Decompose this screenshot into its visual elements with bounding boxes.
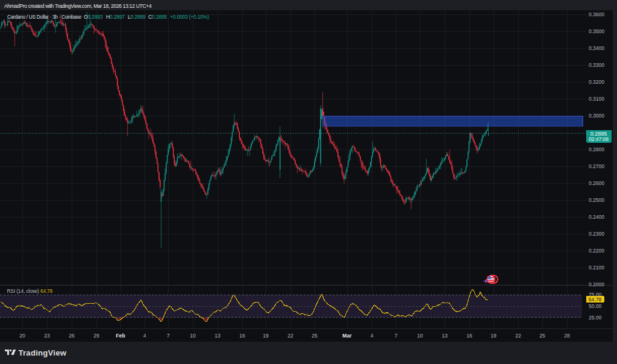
svg-text:10: 10 xyxy=(417,333,423,339)
svg-text:20: 20 xyxy=(19,333,25,339)
svg-text:0.3200: 0.3200 xyxy=(589,79,604,85)
svg-text:AhmadPro created with TradingV: AhmadPro created with TradingView.com, M… xyxy=(4,3,152,9)
svg-text:0.2500: 0.2500 xyxy=(589,197,604,203)
svg-text:22: 22 xyxy=(287,333,293,339)
svg-text:28: 28 xyxy=(564,333,570,339)
svg-text:O0.2893: O0.2893 xyxy=(84,14,103,20)
svg-text:0.2800: 0.2800 xyxy=(589,146,604,152)
svg-text:0.3600: 0.3600 xyxy=(589,11,604,17)
svg-text:16: 16 xyxy=(466,333,472,339)
svg-text:0.2000: 0.2000 xyxy=(589,281,604,287)
svg-text:Cardano / US Dollar · 3h · Coi: Cardano / US Dollar · 3h · Coinbase xyxy=(7,14,81,20)
svg-text:64.78: 64.78 xyxy=(589,297,602,303)
svg-text:4: 4 xyxy=(143,333,146,339)
svg-text:25: 25 xyxy=(539,333,545,339)
svg-text:Mar: Mar xyxy=(342,333,352,339)
svg-text:23: 23 xyxy=(44,333,50,339)
svg-text:0.3400: 0.3400 xyxy=(589,45,604,51)
svg-text:RSI (14, close) 64.78: RSI (14, close) 64.78 xyxy=(7,288,53,294)
svg-text:0.2700: 0.2700 xyxy=(589,163,604,169)
svg-text:0.3100: 0.3100 xyxy=(589,96,604,102)
svg-text:0.3300: 0.3300 xyxy=(589,62,604,68)
svg-text:29: 29 xyxy=(93,333,99,339)
svg-text:0.2100: 0.2100 xyxy=(589,265,604,271)
svg-text:10: 10 xyxy=(190,333,196,339)
svg-text:0.2200: 0.2200 xyxy=(589,248,604,254)
svg-text:13: 13 xyxy=(442,333,448,339)
svg-text:50.00: 50.00 xyxy=(589,303,602,309)
svg-text:25.00: 25.00 xyxy=(589,315,602,321)
svg-text:7: 7 xyxy=(167,333,170,339)
svg-text:0.2600: 0.2600 xyxy=(589,180,604,186)
svg-text:H0.2897: H0.2897 xyxy=(106,14,125,20)
svg-text:26: 26 xyxy=(69,333,75,339)
svg-text:13: 13 xyxy=(215,333,221,339)
svg-text:19: 19 xyxy=(263,333,269,339)
svg-text:02:47:08: 02:47:08 xyxy=(589,136,609,142)
svg-text:19: 19 xyxy=(490,333,496,339)
svg-text:0.2300: 0.2300 xyxy=(589,231,604,237)
svg-text:4: 4 xyxy=(371,333,374,339)
svg-text:L0.2889: L0.2889 xyxy=(128,14,146,20)
svg-text:7: 7 xyxy=(395,333,398,339)
svg-text:0.2400: 0.2400 xyxy=(589,214,604,220)
svg-text:Feb: Feb xyxy=(116,333,125,339)
svg-text:22: 22 xyxy=(515,333,521,339)
svg-text:+0.0003 (+0.10%): +0.0003 (+0.10%) xyxy=(170,14,209,20)
svg-text:0.3500: 0.3500 xyxy=(589,28,604,34)
svg-text:25: 25 xyxy=(312,333,318,339)
svg-text:C0.2895: C0.2895 xyxy=(148,14,167,20)
svg-text:0.3000: 0.3000 xyxy=(589,113,604,119)
svg-text:16: 16 xyxy=(239,333,245,339)
svg-text:TradingView: TradingView xyxy=(19,348,67,357)
